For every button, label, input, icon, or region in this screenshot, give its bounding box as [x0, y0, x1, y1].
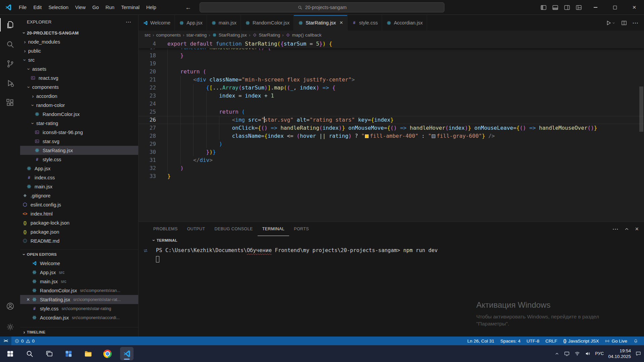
tree-item-style-css[interactable]: #style.css	[20, 155, 138, 164]
menu-edit[interactable]: Edit	[30, 0, 45, 15]
terminal-section-header[interactable]: › TERMINAL	[139, 236, 644, 245]
breadcrumb-star-rating[interactable]: star-rating	[186, 33, 207, 38]
split-editor-button[interactable]	[621, 20, 627, 26]
maximize-panel-icon[interactable]	[624, 226, 630, 232]
breadcrumb-components[interactable]: components	[156, 33, 181, 38]
line-number[interactable]: 28	[139, 132, 156, 140]
tab-starrating-jsx[interactable]: StarRating.jsx×	[294, 15, 347, 31]
menu-help[interactable]: Help	[143, 0, 160, 15]
tree-item-node-modules[interactable]: ›node_modules	[20, 37, 138, 46]
menu-go[interactable]: Go	[89, 0, 102, 15]
code-line-25[interactable]: 25return (	[139, 108, 644, 116]
breadcrumb-starrating[interactable]: StarRating	[252, 33, 280, 38]
taskbar-file-explorer[interactable]	[81, 347, 95, 360]
line-number[interactable]: 21	[139, 76, 156, 84]
line-number[interactable]: 33	[139, 172, 156, 180]
line-number[interactable]: 31	[139, 156, 156, 164]
code-line-18[interactable]: 18}	[139, 52, 644, 60]
taskbar-search[interactable]	[23, 347, 36, 360]
panel-tab-ports[interactable]: PORTS	[289, 222, 314, 236]
tree-item-assets[interactable]: ›assets	[20, 64, 138, 73]
panel-tab-output[interactable]: OUTPUT	[182, 222, 210, 236]
tree-item-package-json[interactable]: {}package.json	[20, 227, 138, 236]
code-line-27[interactable]: 27onClick={() => handleRating(index)} on…	[139, 124, 644, 132]
tree-item-random-color[interactable]: ›random-color	[20, 101, 138, 110]
line-number[interactable]: 20	[139, 68, 156, 76]
tree-item-index-css[interactable]: #index.css	[20, 173, 138, 182]
line-number[interactable]: 23	[139, 92, 156, 100]
monitor-tray-icon[interactable]	[564, 351, 570, 357]
hidden-icons-chevron-icon[interactable]	[554, 351, 559, 356]
tree-item-components[interactable]: ›components	[20, 82, 138, 92]
close-editor-icon[interactable]: ×	[25, 297, 32, 303]
eol[interactable]: CRLF	[542, 337, 560, 345]
menu-file[interactable]: File	[15, 0, 30, 15]
minimize-button[interactable]	[586, 0, 605, 15]
code-line-28[interactable]: 28className={index <= (hover || rating) …	[139, 132, 644, 140]
code-line-21[interactable]: 21<div className="min-h-screen flex just…	[139, 76, 644, 84]
code-line-23[interactable]: 23index = index + 1	[139, 92, 644, 100]
wifi-icon[interactable]	[574, 351, 580, 357]
line-number[interactable]: 32	[139, 164, 156, 172]
search-icon[interactable]	[0, 35, 20, 54]
line-number[interactable]: 26	[139, 116, 156, 124]
project-section-header[interactable]: › 20-PROJECTS-SANGAM	[20, 28, 138, 37]
tree-item-eslint-config-js[interactable]: eslint.config.js	[20, 200, 138, 209]
menu-selection[interactable]: Selection	[45, 0, 72, 15]
code-line-4[interactable]: 4export default function StarRating({sta…	[139, 40, 644, 48]
toggle-secondary-sidebar-icon[interactable]	[564, 4, 571, 11]
run-dropdown-icon[interactable]	[612, 21, 615, 25]
keyboard-language[interactable]: РУС	[595, 351, 604, 356]
open-editor-app-jsx[interactable]: App.jsxsrc	[20, 268, 138, 277]
explorer-icon[interactable]	[0, 15, 20, 35]
line-number[interactable]: 25	[139, 108, 156, 116]
taskbar-chrome[interactable]	[101, 347, 114, 360]
settings-icon[interactable]	[0, 317, 20, 337]
tree-item-public[interactable]: ›public	[20, 46, 138, 55]
line-number[interactable]: 22	[139, 84, 156, 92]
line-number[interactable]: 30	[139, 148, 156, 156]
line-number[interactable]: 27	[139, 124, 156, 132]
tab-welcome[interactable]: Welcome	[139, 15, 175, 31]
code-line-17[interactable]: 17function handleMouseOver() {	[139, 48, 644, 52]
line-number[interactable]: 19	[139, 60, 156, 68]
breadcrumb-starrating-jsx[interactable]: StarRating.jsx	[212, 33, 247, 38]
open-editor-accordian-jsx[interactable]: Accordian.jsxsrc\components\accordi...	[20, 313, 138, 322]
tree-item-src[interactable]: ›src	[20, 55, 138, 64]
code-line-19[interactable]: 19	[139, 60, 644, 68]
tree-item-star-rating[interactable]: ›star-rating	[20, 119, 138, 128]
open-editors-header[interactable]: › OPEN EDITORS	[20, 249, 138, 259]
line-number[interactable]: 24	[139, 100, 156, 108]
panel-tab-terminal[interactable]: TERMINAL	[258, 222, 289, 236]
panel-tab-debug-console[interactable]: DEBUG CONSOLE	[210, 222, 257, 236]
terminal[interactable]: PS C:\Users\Kezhik\Documents\Обучение Fr…	[139, 245, 644, 337]
line-number[interactable]: 18	[139, 52, 156, 60]
cursor-position[interactable]: Ln 26, Col 31	[464, 337, 497, 345]
source-control-icon[interactable]	[0, 54, 20, 73]
close-button[interactable]: ×	[625, 0, 644, 15]
customize-layout-icon[interactable]	[575, 4, 582, 11]
code-editor[interactable]: 4export default function StarRating({sta…	[139, 40, 644, 222]
panel-more-actions-icon[interactable]: ···	[612, 226, 619, 232]
tree-item-package-lock-json[interactable]: {}package-lock.json	[20, 218, 138, 227]
run-button[interactable]	[605, 20, 615, 26]
tree-item-index-html[interactable]: <>index.html	[20, 209, 138, 218]
tab-randomcolor-jsx[interactable]: RandomColor.jsx	[241, 15, 294, 31]
timeline-header[interactable]: › TIMELINE	[20, 327, 138, 337]
code-line-30[interactable]: 30})}	[139, 148, 644, 156]
tree-item-starrating-jsx[interactable]: StarRating.jsx	[20, 146, 138, 155]
taskbar-start[interactable]	[3, 347, 17, 360]
tree-item-icons8-star-96-png[interactable]: icons8-star-96.png	[20, 128, 138, 137]
taskbar-widgets[interactable]	[62, 347, 75, 360]
language-mode[interactable]: {}JavaScript JSX	[560, 337, 602, 345]
tree-item-gitignore[interactable]: .gitignore	[20, 191, 138, 200]
breadcrumb-map-callback[interactable]: map() callback	[286, 33, 322, 38]
toggle-sidebar-icon[interactable]	[540, 4, 547, 11]
code-line-29[interactable]: 29)	[139, 140, 644, 148]
taskbar-vscode[interactable]	[120, 347, 133, 360]
remote-indicator[interactable]: ><	[0, 337, 11, 345]
search-box[interactable]: 20-projects-sangam	[200, 2, 444, 12]
tree-item-accordion[interactable]: ›accordion	[20, 92, 138, 101]
menu-terminal[interactable]: Terminal	[118, 0, 143, 15]
menu-view[interactable]: View	[72, 0, 89, 15]
